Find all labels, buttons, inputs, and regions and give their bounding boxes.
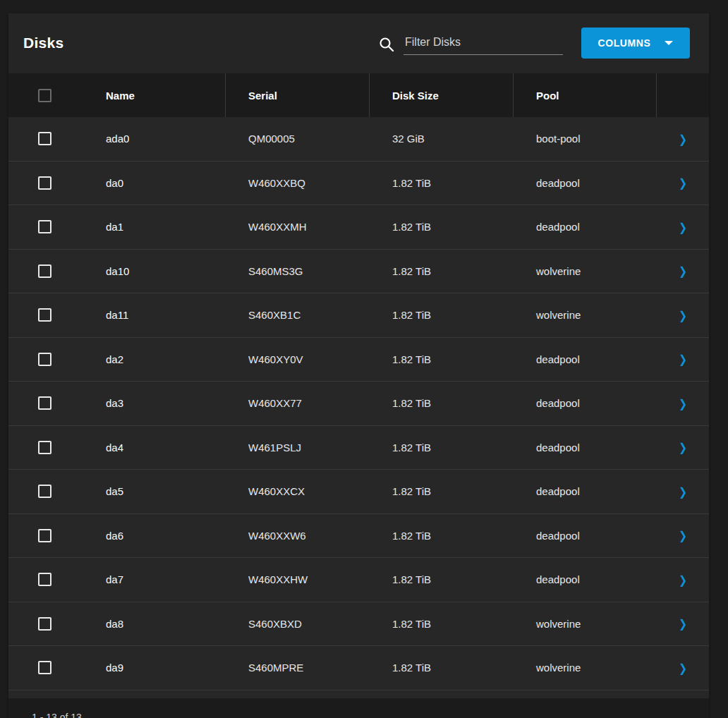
column-header-serial[interactable]: Serial — [226, 73, 370, 117]
disk-name-cell: da5 — [76, 485, 226, 497]
table-row[interactable]: da7W460XXHW1.82 TiBdeadpool❯ — [8, 558, 709, 602]
disk-size-cell: 1.82 TiB — [370, 442, 514, 454]
table-row[interactable]: da10S460MS3G1.82 TiBwolverine❯ — [8, 250, 709, 294]
disk-pool-cell: deadpool — [514, 485, 657, 497]
expand-row-chevron-icon[interactable]: ❯ — [679, 662, 687, 674]
disk-size-cell: 1.82 TiB — [370, 485, 514, 497]
search-icon — [378, 36, 395, 53]
disk-pool-cell: deadpool — [514, 177, 657, 189]
row-expand-cell: ❯ — [657, 250, 709, 293]
row-expand-cell: ❯ — [657, 338, 709, 382]
table-row[interactable]: da3W460XX771.82 TiBdeadpool❯ — [8, 382, 709, 426]
row-checkbox-cell — [8, 293, 76, 337]
disk-size-cell: 1.82 TiB — [370, 309, 514, 321]
table-row[interactable]: da8S460XBXD1.82 TiBwolverine❯ — [8, 602, 709, 647]
row-checkbox[interactable] — [38, 353, 51, 366]
disk-serial-cell: W460XY0V — [226, 353, 370, 365]
toolbar: Disks COLUMNS — [8, 13, 709, 73]
columns-button[interactable]: COLUMNS — [581, 28, 690, 59]
row-expand-cell: ❯ — [657, 646, 709, 690]
disk-size-cell: 1.82 TiB — [370, 573, 514, 585]
expand-row-chevron-icon[interactable]: ❯ — [679, 573, 687, 586]
row-expand-cell: ❯ — [657, 117, 709, 161]
row-checkbox[interactable] — [38, 308, 51, 322]
caret-down-icon — [665, 41, 673, 45]
disk-pool-cell: boot-pool — [514, 133, 657, 145]
filter-group — [378, 35, 563, 55]
column-header-name[interactable]: Name — [76, 73, 226, 117]
disk-size-cell: 1.82 TiB — [370, 265, 514, 277]
disk-name-cell: da11 — [76, 309, 226, 321]
disks-panel: Disks COLUMNS Name Serial Disk Size Pool… — [8, 13, 709, 718]
table-row[interactable]: ada0QM0000532 GiBboot-pool❯ — [8, 117, 709, 162]
disk-name-cell: da3 — [76, 397, 226, 409]
disk-serial-cell: W460XXHW — [226, 573, 370, 585]
expand-row-chevron-icon[interactable]: ❯ — [679, 264, 687, 277]
row-checkbox-cell — [8, 470, 76, 513]
row-checkbox[interactable] — [38, 132, 51, 145]
expand-row-chevron-icon[interactable]: ❯ — [679, 617, 687, 630]
row-expand-cell: ❯ — [657, 514, 709, 558]
row-checkbox[interactable] — [38, 264, 51, 278]
expand-row-chevron-icon[interactable]: ❯ — [679, 309, 687, 322]
disk-size-cell: 1.82 TiB — [370, 177, 514, 189]
disk-serial-cell: W460XX77 — [226, 397, 370, 409]
table-row[interactable]: da0W460XXBQ1.82 TiBdeadpool❯ — [8, 162, 709, 206]
row-checkbox-cell — [8, 338, 76, 382]
table-row[interactable]: da1W460XXMH1.82 TiBdeadpool❯ — [8, 205, 709, 250]
table-row[interactable]: da11S460XB1C1.82 TiBwolverine❯ — [8, 293, 709, 338]
expand-row-chevron-icon[interactable]: ❯ — [679, 176, 687, 189]
expand-row-chevron-icon[interactable]: ❯ — [679, 221, 687, 233]
disk-pool-cell: deadpool — [514, 573, 657, 585]
row-checkbox[interactable] — [38, 220, 51, 233]
disk-size-cell: 32 GiB — [370, 133, 514, 145]
row-checkbox[interactable] — [38, 573, 51, 586]
expand-row-chevron-icon[interactable]: ❯ — [679, 397, 687, 410]
table-bottom-spacer — [8, 690, 709, 698]
disk-name-cell: da2 — [76, 353, 226, 365]
table-row[interactable]: da5W460XXCX1.82 TiBdeadpool❯ — [8, 470, 709, 514]
table-row[interactable]: da2W460XY0V1.82 TiBdeadpool❯ — [8, 338, 709, 382]
row-checkbox[interactable] — [38, 661, 51, 674]
row-checkbox-cell — [8, 117, 76, 161]
row-checkbox-cell — [8, 426, 76, 470]
table-body: ada0QM0000532 GiBboot-pool❯da0W460XXBQ1.… — [8, 117, 709, 690]
expand-row-chevron-icon[interactable]: ❯ — [679, 133, 687, 145]
disk-name-cell: da7 — [76, 573, 226, 585]
disk-size-cell: 1.82 TiB — [370, 353, 514, 365]
expand-row-chevron-icon[interactable]: ❯ — [679, 353, 687, 365]
table-row[interactable]: da6W460XXW61.82 TiBdeadpool❯ — [8, 514, 709, 559]
disk-pool-cell: wolverine — [514, 309, 657, 321]
expand-row-chevron-icon[interactable]: ❯ — [679, 485, 687, 498]
header-checkbox-cell — [8, 73, 76, 117]
row-checkbox-cell — [8, 162, 76, 205]
filter-disks-input[interactable] — [404, 35, 563, 55]
row-checkbox[interactable] — [38, 176, 51, 190]
disk-serial-cell: W460XXMH — [226, 221, 370, 233]
table-row[interactable]: da9S460MPRE1.82 TiBwolverine❯ — [8, 646, 709, 690]
select-all-checkbox[interactable] — [38, 89, 51, 102]
expand-row-chevron-icon[interactable]: ❯ — [679, 529, 687, 542]
disk-serial-cell: S460XBXD — [226, 618, 370, 630]
table-row[interactable]: da4W461PSLJ1.82 TiBdeadpool❯ — [8, 426, 709, 470]
disk-serial-cell: W460XXBQ — [226, 177, 370, 189]
row-checkbox[interactable] — [38, 396, 51, 410]
row-checkbox-cell — [8, 382, 76, 425]
row-checkbox[interactable] — [38, 617, 51, 631]
row-expand-cell: ❯ — [657, 382, 709, 425]
row-checkbox[interactable] — [38, 441, 51, 454]
disk-size-cell: 1.82 TiB — [370, 221, 514, 233]
expand-row-chevron-icon[interactable]: ❯ — [679, 441, 687, 454]
row-checkbox[interactable] — [38, 529, 51, 542]
disk-name-cell: da6 — [76, 530, 226, 542]
column-header-pool[interactable]: Pool — [514, 73, 657, 117]
disk-pool-cell: deadpool — [514, 442, 657, 454]
disk-name-cell: da8 — [76, 618, 226, 630]
row-checkbox-cell — [8, 205, 76, 249]
row-checkbox-cell — [8, 514, 76, 558]
row-expand-cell: ❯ — [657, 558, 709, 602]
column-header-disk-size[interactable]: Disk Size — [370, 73, 514, 117]
disk-pool-cell: deadpool — [514, 221, 657, 233]
page-title: Disks — [23, 35, 64, 51]
row-checkbox[interactable] — [38, 485, 51, 498]
